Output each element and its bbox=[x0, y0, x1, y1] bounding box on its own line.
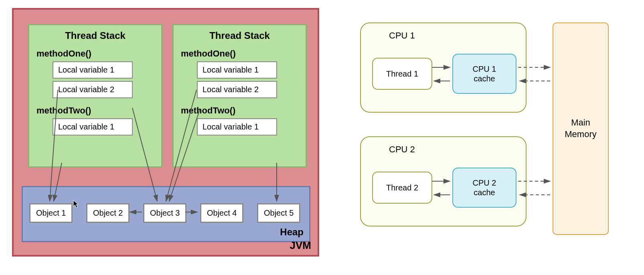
thread-stack-2: Thread Stack methodOne() Local variable … bbox=[172, 24, 307, 168]
ts1-m2-lv1: Local variable 1 bbox=[53, 118, 133, 135]
cpu1-title: CPU 1 bbox=[389, 30, 526, 41]
ts2-m1-lv2: Local variable 2 bbox=[197, 81, 277, 98]
heap-object-5: Object 5 bbox=[257, 203, 300, 223]
cpu1-cache: CPU 1 cache bbox=[452, 54, 516, 94]
heap-object-4: Object 4 bbox=[200, 203, 243, 223]
jvm-container: Thread Stack methodOne() Local variable … bbox=[12, 8, 319, 257]
cpu2-title: CPU 2 bbox=[389, 144, 526, 155]
ts2-m1-lv1: Local variable 1 bbox=[197, 61, 277, 79]
cpu2-thread: Thread 2 bbox=[372, 172, 432, 204]
main-memory: Main Memory bbox=[553, 22, 609, 235]
heap-object-3: Object 3 bbox=[143, 203, 186, 223]
ts2-m2-lv1: Local variable 1 bbox=[197, 118, 277, 135]
thread-stack-2-title: Thread Stack bbox=[174, 30, 306, 41]
cpu2-cache-line1: CPU 2 bbox=[473, 178, 496, 188]
heap-container: Object 1 Object 2 Object 3 Object 4 Obje… bbox=[22, 186, 310, 242]
cpu2-container: CPU 2 Thread 2 CPU 2 cache bbox=[360, 136, 527, 226]
jvm-label: JVM bbox=[290, 239, 311, 252]
ts2-method-one-label: methodOne() bbox=[181, 49, 306, 59]
main-memory-line2: Memory bbox=[565, 129, 596, 140]
ts1-method-two-label: methodTwo() bbox=[36, 105, 161, 116]
cpu1-cache-line2: cache bbox=[474, 74, 495, 83]
cpu2-cache: CPU 2 cache bbox=[452, 168, 516, 208]
heap-label: Heap bbox=[280, 226, 304, 238]
cpu1-cache-line1: CPU 1 bbox=[473, 64, 496, 74]
heap-object-1: Object 1 bbox=[29, 203, 73, 223]
heap-object-2: Object 2 bbox=[86, 203, 130, 223]
thread-stack-1-title: Thread Stack bbox=[29, 30, 161, 41]
main-memory-line1: Main bbox=[571, 117, 590, 129]
cpu2-cache-line2: cache bbox=[474, 188, 495, 197]
cpu1-container: CPU 1 Thread 1 CPU 1 cache bbox=[360, 22, 527, 113]
ts1-m1-lv2: Local variable 2 bbox=[53, 81, 133, 98]
thread-stack-1: Thread Stack methodOne() Local variable … bbox=[28, 24, 162, 168]
ts1-m1-lv1: Local variable 1 bbox=[53, 61, 133, 79]
ts2-method-two-label: methodTwo() bbox=[181, 105, 306, 116]
cpu1-thread: Thread 1 bbox=[372, 58, 432, 90]
ts1-method-one-label: methodOne() bbox=[36, 49, 161, 59]
